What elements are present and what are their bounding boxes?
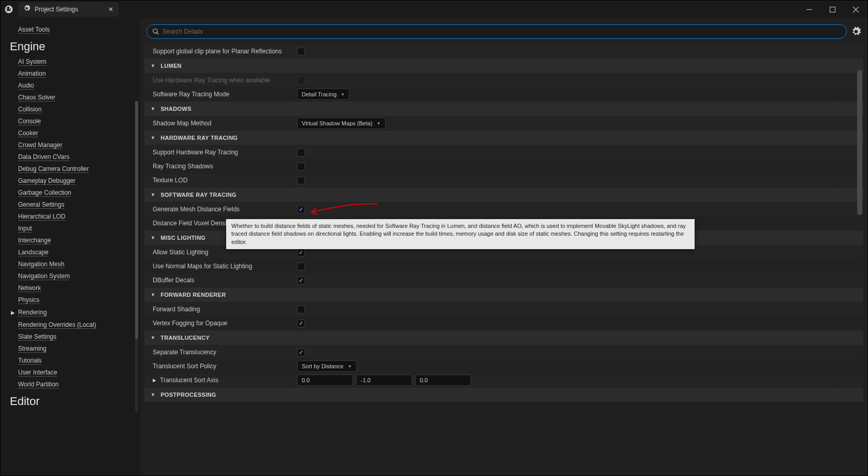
sidebar-item[interactable]: Rendering Overrides (Local)	[18, 319, 140, 330]
sidebar-item[interactable]: Navigation System	[18, 270, 140, 282]
number-input[interactable]: -1.0	[356, 374, 412, 386]
sidebar-item[interactable]: Asset Tools	[18, 24, 140, 35]
checkbox[interactable]	[297, 163, 305, 170]
checkbox[interactable]	[297, 206, 305, 213]
sidebar-item[interactable]: Audio	[18, 80, 140, 91]
sidebar-item[interactable]: Navigation Mesh	[18, 258, 140, 270]
sidebar-item[interactable]: Collision	[18, 104, 140, 115]
section-header[interactable]: ▼LUMEN	[144, 59, 863, 73]
tab-project-settings[interactable]: Project Settings ✕	[18, 2, 119, 17]
settings-gear-button[interactable]	[851, 26, 861, 37]
sidebar: Asset Tools Engine AI SystemAnimationAud…	[1, 18, 140, 475]
sidebar-item[interactable]: Network	[18, 282, 140, 294]
checkbox[interactable]	[297, 263, 305, 270]
tab-close-button[interactable]: ✕	[108, 6, 113, 13]
chevron-down-icon: ▼	[151, 235, 155, 240]
section-header[interactable]: ▼POSTPROCESSING	[144, 387, 863, 402]
setting-label: Generate Mesh Distance Fields	[144, 203, 289, 216]
section-title: SOFTWARE RAY TRACING	[160, 192, 237, 198]
checkbox[interactable]	[297, 320, 305, 327]
section-header[interactable]: ▼SHADOWS	[144, 102, 863, 116]
setting-value	[290, 345, 834, 359]
sidebar-item-active[interactable]: Rendering	[18, 307, 47, 318]
sidebar-item[interactable]: Cooker	[18, 127, 140, 139]
number-input[interactable]: 0.0	[297, 374, 353, 386]
checkbox[interactable]	[297, 349, 305, 356]
sidebar-item[interactable]: Crowd Manager	[18, 139, 140, 151]
sidebar-item[interactable]: Chaos Solver	[18, 92, 140, 103]
sidebar-item[interactable]: AI System	[18, 56, 140, 67]
search-input[interactable]	[163, 28, 841, 35]
section-title: TRANSLUCENCY	[160, 335, 210, 341]
setting-value	[290, 74, 834, 87]
svg-point-2	[153, 29, 157, 33]
sidebar-item[interactable]: Console	[18, 116, 140, 127]
dropdown-label: Sort by Distance	[302, 363, 344, 369]
setting-label: Separate Translucency	[144, 345, 289, 359]
checkbox[interactable]	[297, 277, 305, 284]
checkbox[interactable]	[297, 149, 305, 156]
setting-value	[290, 302, 834, 316]
sidebar-item[interactable]: Landscape	[18, 247, 140, 258]
number-input[interactable]: 0.0	[415, 374, 471, 386]
sidebar-item[interactable]: Tutorials	[18, 355, 140, 366]
checkbox[interactable]	[297, 177, 305, 184]
settings-tab-icon	[23, 5, 31, 14]
setting-label: Vertex Fogging for Opaque	[144, 316, 289, 330]
sidebar-item[interactable]: World Partition	[18, 379, 140, 390]
setting-value	[290, 146, 834, 159]
sidebar-item[interactable]: Garbage Collection	[18, 187, 140, 198]
setting-label: Ray Tracing Shadows	[144, 160, 289, 173]
sidebar-item[interactable]: Interchange	[18, 235, 140, 246]
setting-label: Software Ray Tracing Mode	[144, 88, 289, 101]
dropdown[interactable]: Detail Tracing▼	[297, 89, 349, 100]
search-box[interactable]	[146, 24, 847, 39]
setting-row: DBuffer Decals	[144, 273, 863, 287]
minimize-button[interactable]	[798, 1, 821, 18]
window-controls	[798, 1, 867, 18]
section-header[interactable]: ▼FORWARD RENDERER	[144, 287, 863, 302]
sidebar-item[interactable]: Gameplay Debugger	[18, 175, 140, 186]
sidebar-item[interactable]: Input	[18, 223, 140, 234]
checkbox[interactable]	[297, 306, 305, 313]
sidebar-item[interactable]: Streaming	[18, 343, 140, 354]
close-button[interactable]	[844, 1, 867, 18]
dropdown[interactable]: Virtual Shadow Maps (Beta)▼	[297, 118, 386, 129]
chevron-right-icon[interactable]: ▶	[153, 378, 158, 383]
sidebar-item[interactable]: Slate Settings	[18, 331, 140, 342]
maximize-button[interactable]	[821, 1, 844, 18]
unreal-logo-icon[interactable]	[1, 1, 17, 18]
main-scrollbar-thumb[interactable]	[857, 70, 862, 215]
sidebar-item[interactable]: Animation	[18, 68, 140, 79]
setting-row: Support global clip plane for Planar Ref…	[144, 45, 863, 58]
section-header[interactable]: ▼TRANSLUCENCY	[144, 330, 863, 345]
setting-row: Use Normal Maps for Static Lighting	[144, 259, 863, 273]
setting-value	[290, 160, 834, 173]
checkbox[interactable]	[297, 48, 305, 55]
setting-row: Forward Shading	[144, 302, 863, 316]
sidebar-item[interactable]: User Interface	[18, 367, 140, 378]
dropdown[interactable]: Sort by Distance▼	[297, 360, 357, 372]
setting-label: ▶Translucent Sort Axis	[144, 373, 289, 387]
search-row	[144, 18, 863, 44]
section-header[interactable]: ▼HARDWARE RAY TRACING	[144, 131, 863, 145]
section-header[interactable]: ▼SOFTWARE RAY TRACING	[144, 187, 863, 202]
sidebar-item[interactable]: Data Driven CVars	[18, 151, 140, 163]
sidebar-item[interactable]: Debug Camera Controller	[18, 163, 140, 175]
sidebar-item[interactable]: Physics	[18, 294, 140, 306]
section-title: SHADOWS	[160, 106, 192, 112]
sidebar-scrollbar-thumb[interactable]	[135, 101, 138, 339]
setting-value	[290, 259, 834, 273]
setting-value: Sort by Distance▼	[290, 359, 834, 373]
sidebar-item[interactable]: General Settings	[18, 199, 140, 210]
chevron-down-icon: ▼	[348, 364, 352, 369]
setting-value	[290, 273, 834, 287]
chevron-down-icon: ▼	[151, 135, 155, 140]
sidebar-item[interactable]: Hierarchical LOD	[18, 211, 140, 222]
setting-label: Texture LOD	[144, 174, 289, 187]
setting-row: Vertex Fogging for Opaque	[144, 316, 863, 330]
checkbox[interactable]	[297, 249, 305, 256]
setting-label: Translucent Sort Policy	[144, 359, 289, 373]
chevron-down-icon: ▼	[151, 292, 155, 297]
chevron-down-icon: ▼	[151, 335, 155, 340]
